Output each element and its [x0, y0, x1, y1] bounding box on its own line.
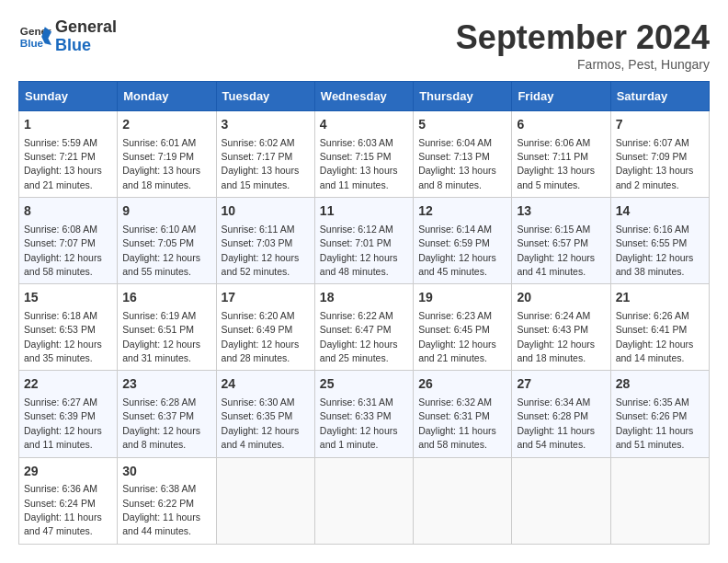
calendar-cell: 12Sunrise: 6:14 AMSunset: 6:59 PMDayligh…: [414, 198, 512, 284]
col-tuesday: Tuesday: [216, 82, 314, 111]
col-wednesday: Wednesday: [314, 82, 413, 111]
col-thursday: Thursday: [414, 82, 512, 111]
calendar-cell: 17Sunrise: 6:20 AMSunset: 6:49 PMDayligh…: [216, 284, 314, 371]
calendar-cell: 8Sunrise: 6:08 AMSunset: 7:07 PMDaylight…: [19, 198, 118, 284]
day-number: 4: [320, 116, 408, 134]
day-number: 29: [24, 463, 112, 481]
cell-info: Sunrise: 6:34 AMSunset: 6:28 PMDaylight:…: [517, 396, 595, 450]
day-number: 12: [418, 202, 506, 221]
calendar-cell: 28Sunrise: 6:35 AMSunset: 6:26 PMDayligh…: [610, 371, 709, 457]
calendar-cell: 25Sunrise: 6:31 AMSunset: 6:33 PMDayligh…: [314, 371, 413, 457]
cell-info: Sunrise: 6:01 AMSunset: 7:19 PMDaylight:…: [122, 137, 200, 190]
calendar-cell: 6Sunrise: 6:06 AMSunset: 7:11 PMDaylight…: [512, 111, 610, 198]
cell-info: Sunrise: 5:59 AMSunset: 7:21 PMDaylight:…: [24, 137, 102, 190]
calendar-cell: 5Sunrise: 6:04 AMSunset: 7:13 PMDaylight…: [414, 111, 512, 198]
calendar-cell: [314, 457, 413, 544]
day-number: 15: [24, 289, 112, 307]
day-number: 8: [24, 202, 112, 221]
calendar-cell: 9Sunrise: 6:10 AMSunset: 7:05 PMDaylight…: [118, 198, 216, 284]
day-number: 7: [616, 116, 704, 134]
logo-general: General: [55, 18, 117, 37]
day-number: 24: [222, 375, 310, 394]
calendar-cell: 4Sunrise: 6:03 AMSunset: 7:15 PMDaylight…: [314, 111, 413, 198]
calendar-cell: 3Sunrise: 6:02 AMSunset: 7:17 PMDaylight…: [216, 111, 314, 198]
calendar-cell: 19Sunrise: 6:23 AMSunset: 6:45 PMDayligh…: [414, 284, 512, 371]
cell-info: Sunrise: 6:38 AMSunset: 6:22 PMDaylight:…: [122, 483, 200, 536]
cell-info: Sunrise: 6:23 AMSunset: 6:45 PMDaylight:…: [418, 310, 496, 363]
calendar-week-2: 8Sunrise: 6:08 AMSunset: 7:07 PMDaylight…: [19, 198, 710, 284]
calendar-cell: 15Sunrise: 6:18 AMSunset: 6:53 PMDayligh…: [19, 284, 118, 371]
cell-info: Sunrise: 6:06 AMSunset: 7:11 PMDaylight:…: [517, 137, 595, 190]
day-number: 3: [222, 116, 310, 134]
cell-info: Sunrise: 6:11 AMSunset: 7:03 PMDaylight:…: [222, 224, 300, 277]
cell-info: Sunrise: 6:31 AMSunset: 6:33 PMDaylight:…: [320, 396, 398, 450]
logo-blue: Blue: [55, 37, 117, 55]
col-friday: Friday: [512, 82, 610, 111]
title-area: September 2024 Farmos, Pest, Hungary: [456, 18, 710, 72]
cell-info: Sunrise: 6:27 AMSunset: 6:39 PMDaylight:…: [24, 396, 102, 450]
day-number: 16: [122, 289, 210, 307]
day-number: 1: [24, 116, 112, 134]
day-number: 6: [517, 116, 605, 134]
day-number: 9: [122, 202, 210, 221]
cell-info: Sunrise: 6:10 AMSunset: 7:05 PMDaylight:…: [122, 224, 200, 277]
cell-info: Sunrise: 6:24 AMSunset: 6:43 PMDaylight:…: [517, 310, 595, 363]
calendar-week-3: 15Sunrise: 6:18 AMSunset: 6:53 PMDayligh…: [19, 284, 710, 371]
cell-info: Sunrise: 6:12 AMSunset: 7:01 PMDaylight:…: [320, 224, 398, 277]
day-number: 23: [122, 375, 210, 394]
svg-text:Blue: Blue: [20, 37, 44, 49]
day-number: 21: [616, 289, 704, 307]
location: Farmos, Pest, Hungary: [456, 57, 710, 72]
header: General Blue General Blue September 2024…: [18, 18, 710, 72]
day-number: 17: [222, 289, 310, 307]
calendar-week-4: 22Sunrise: 6:27 AMSunset: 6:39 PMDayligh…: [19, 371, 710, 457]
day-number: 30: [122, 463, 210, 481]
calendar-cell: 27Sunrise: 6:34 AMSunset: 6:28 PMDayligh…: [512, 371, 610, 457]
day-number: 20: [517, 289, 605, 307]
calendar-cell: 24Sunrise: 6:30 AMSunset: 6:35 PMDayligh…: [216, 371, 314, 457]
cell-info: Sunrise: 6:03 AMSunset: 7:15 PMDaylight:…: [320, 137, 398, 190]
calendar-cell: 26Sunrise: 6:32 AMSunset: 6:31 PMDayligh…: [414, 371, 512, 457]
calendar-cell: [414, 457, 512, 544]
calendar-cell: 23Sunrise: 6:28 AMSunset: 6:37 PMDayligh…: [118, 371, 216, 457]
logo: General Blue General Blue: [18, 18, 117, 55]
calendar-cell: 20Sunrise: 6:24 AMSunset: 6:43 PMDayligh…: [512, 284, 610, 371]
calendar-table: Sunday Monday Tuesday Wednesday Thursday…: [18, 81, 710, 545]
day-number: 26: [418, 375, 506, 394]
day-number: 19: [418, 289, 506, 307]
calendar-cell: 21Sunrise: 6:26 AMSunset: 6:41 PMDayligh…: [610, 284, 709, 371]
day-number: 2: [122, 116, 210, 134]
cell-info: Sunrise: 6:26 AMSunset: 6:41 PMDaylight:…: [616, 310, 694, 363]
cell-info: Sunrise: 6:02 AMSunset: 7:17 PMDaylight:…: [222, 137, 300, 190]
cell-info: Sunrise: 6:04 AMSunset: 7:13 PMDaylight:…: [418, 137, 496, 190]
cell-info: Sunrise: 6:08 AMSunset: 7:07 PMDaylight:…: [24, 224, 102, 277]
day-number: 13: [517, 202, 605, 221]
cell-info: Sunrise: 6:35 AMSunset: 6:26 PMDaylight:…: [616, 396, 694, 450]
calendar-cell: [610, 457, 709, 544]
cell-info: Sunrise: 6:19 AMSunset: 6:51 PMDaylight:…: [122, 310, 200, 363]
col-monday: Monday: [118, 82, 216, 111]
cell-info: Sunrise: 6:36 AMSunset: 6:24 PMDaylight:…: [24, 483, 102, 536]
cell-info: Sunrise: 6:30 AMSunset: 6:35 PMDaylight:…: [222, 396, 300, 450]
calendar-cell: 1Sunrise: 5:59 AMSunset: 7:21 PMDaylight…: [19, 111, 118, 198]
calendar-cell: 22Sunrise: 6:27 AMSunset: 6:39 PMDayligh…: [19, 371, 118, 457]
day-number: 11: [320, 202, 408, 221]
day-number: 25: [320, 375, 408, 394]
day-number: 27: [517, 375, 605, 394]
day-number: 28: [616, 375, 704, 394]
cell-info: Sunrise: 6:14 AMSunset: 6:59 PMDaylight:…: [418, 224, 496, 277]
calendar-cell: 2Sunrise: 6:01 AMSunset: 7:19 PMDaylight…: [118, 111, 216, 198]
calendar-cell: 16Sunrise: 6:19 AMSunset: 6:51 PMDayligh…: [118, 284, 216, 371]
logo-icon: General Blue: [18, 20, 51, 53]
day-number: 14: [616, 202, 704, 221]
day-number: 10: [222, 202, 310, 221]
calendar-week-5: 29Sunrise: 6:36 AMSunset: 6:24 PMDayligh…: [19, 457, 710, 544]
header-row: Sunday Monday Tuesday Wednesday Thursday…: [19, 82, 710, 111]
day-number: 18: [320, 289, 408, 307]
cell-info: Sunrise: 6:16 AMSunset: 6:55 PMDaylight:…: [616, 224, 694, 277]
calendar-cell: 10Sunrise: 6:11 AMSunset: 7:03 PMDayligh…: [216, 198, 314, 284]
calendar-cell: 7Sunrise: 6:07 AMSunset: 7:09 PMDaylight…: [610, 111, 709, 198]
calendar-cell: [216, 457, 314, 544]
cell-info: Sunrise: 6:18 AMSunset: 6:53 PMDaylight:…: [24, 310, 102, 363]
calendar-cell: 11Sunrise: 6:12 AMSunset: 7:01 PMDayligh…: [314, 198, 413, 284]
